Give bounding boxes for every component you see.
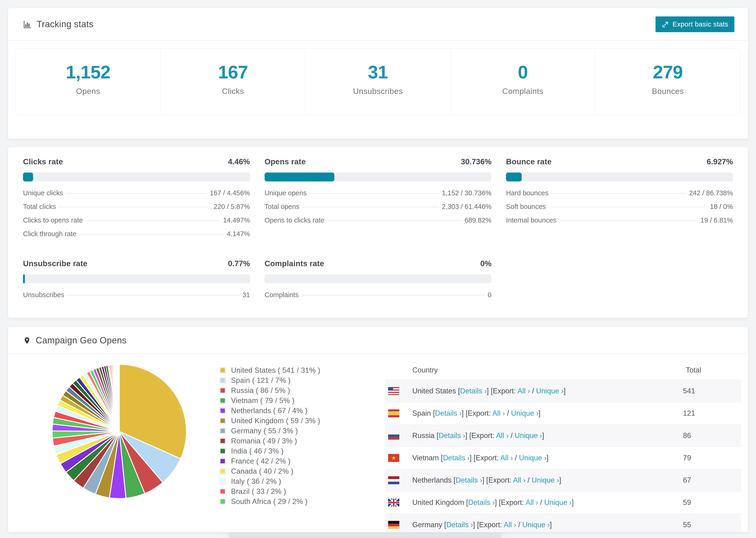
export-unique-link[interactable]: Unique ›	[536, 387, 564, 395]
country-cell: Russia [Details ›] [Export: All › / Uniq…	[412, 431, 683, 440]
legend-item-italy: Italy ( 36 / 2% )	[219, 476, 320, 486]
geo-title: Campaign Geo Opens	[23, 336, 127, 346]
rate-head: Bounce rate6.927%	[506, 157, 733, 166]
export-all-link[interactable]: All ›	[525, 498, 538, 507]
rate-item-value: 0	[488, 291, 491, 299]
export-all-link[interactable]: All ›	[513, 476, 525, 484]
export-all-link[interactable]: All ›	[492, 409, 505, 417]
legend-item-russia: Russia ( 86 / 5% )	[219, 385, 320, 396]
stat-cell-complaints: 0Complaints	[451, 49, 595, 115]
rate-item-label: Clicks to opens rate	[23, 216, 83, 224]
rate-item-clicks-to-opens-rate: Clicks to opens rate14.497%	[23, 216, 250, 230]
export-basic-stats-button[interactable]: Export basic stats	[656, 17, 734, 32]
rate-item-value: 19 / 6.81%	[700, 216, 733, 224]
rate-item-label: Total opens	[265, 203, 299, 211]
total-cell: 79	[683, 454, 741, 462]
legend-item-india: India ( 46 / 3% )	[219, 446, 320, 456]
tracking-stats-body: 1,152Opens167Clicks31Unsubscribes0Compla…	[8, 41, 748, 139]
export-all-link[interactable]: All ›	[496, 431, 509, 440]
rate-items: Unique clicks167 / 4.456%Total clicks220…	[23, 189, 250, 243]
vn-flag-icon: ★	[388, 454, 399, 462]
legend-item-united-kingdom: United Kingdom ( 59 / 3% )	[219, 416, 320, 426]
stat-label: Unsubscribes	[353, 86, 403, 96]
legend-swatch	[220, 388, 225, 393]
details-link[interactable]: Details ›	[435, 409, 462, 417]
rate-items: Unique opens1,152 / 30.736%Total opens2,…	[265, 189, 492, 230]
geo-pie-chart[interactable]	[48, 360, 191, 503]
export-unique-link[interactable]: Unique ›	[519, 454, 546, 462]
rate-item-value: 2,303 / 61.446%	[442, 203, 491, 211]
legend-label: Russia ( 86 / 5% )	[231, 386, 290, 395]
country-column-header: Country	[412, 366, 686, 374]
rate-progress-track	[265, 274, 492, 283]
rate-section-opens-rate: Opens rate30.736%Unique opens1,152 / 30.…	[265, 157, 492, 243]
legend-swatch	[220, 458, 225, 464]
rate-section-clicks-rate: Clicks rate4.46%Unique clicks167 / 4.456…	[23, 157, 250, 243]
rate-item-complaints: Complaints0	[265, 291, 492, 305]
legend-label: France ( 42 / 2% )	[231, 457, 291, 465]
rate-item-label: Unique opens	[265, 189, 307, 197]
geo-pie-legend: United States ( 541 / 31% )Spain ( 121 /…	[219, 365, 320, 507]
legend-label: India ( 46 / 3% )	[231, 447, 284, 456]
geo-body: United States ( 541 / 31% )Spain ( 121 /…	[8, 354, 748, 530]
export-unique-link[interactable]: Unique ›	[531, 476, 559, 484]
export-unique-link[interactable]: Unique ›	[544, 498, 572, 507]
country-cell: United States [Details ›] [Export: All ›…	[412, 387, 683, 395]
table-row-united-kingdom: United Kingdom [Details ›] [Export: All …	[385, 491, 741, 513]
rate-title: Unsubscribe rate	[23, 259, 87, 268]
dotted-leader	[303, 207, 439, 207]
page-title: Tracking stats	[37, 19, 93, 29]
country-cell: Vietnam [Details ›] [Export: All › / Uni…	[412, 454, 683, 462]
rate-item-value: 220 / 5.87%	[214, 203, 250, 211]
pie-slice[interactable]	[119, 364, 119, 431]
details-link[interactable]: Details ›	[468, 498, 495, 507]
legend-item-canada: Canada ( 40 / 2% )	[219, 466, 320, 476]
legend-swatch	[220, 438, 225, 444]
details-link[interactable]: Details ›	[460, 387, 487, 395]
rate-item-label: Hard bounces	[506, 189, 549, 197]
legend-item-south-africa: South Africa ( 29 / 2% )	[219, 497, 320, 507]
export-unique-link[interactable]: Unique ›	[522, 521, 550, 529]
export-all-link[interactable]: All ›	[517, 387, 530, 395]
export-all-link[interactable]: All ›	[500, 454, 513, 462]
rate-value: 0.77%	[228, 259, 250, 268]
legend-label: Brazil ( 33 / 2% )	[231, 487, 286, 496]
stat-cell-opens: 1,152Opens	[16, 49, 161, 115]
rate-item-label: Opens to clicks rate	[265, 216, 324, 224]
legend-item-netherlands: Netherlands ( 67 / 4% )	[219, 405, 320, 416]
details-link[interactable]: Details ›	[456, 476, 482, 484]
legend-label: Germany ( 55 / 3% )	[231, 427, 298, 435]
rate-item-internal-bounces: Internal bounces19 / 6.81%	[506, 216, 733, 230]
rate-section-bounce-rate: Bounce rate6.927%Hard bounces242 / 86.73…	[506, 157, 733, 243]
us-flag-canton	[388, 387, 393, 391]
nl-flag-icon	[388, 476, 399, 484]
vn-flag-star: ★	[391, 455, 396, 461]
details-link[interactable]: Details ›	[439, 431, 465, 440]
stat-value: 31	[368, 62, 388, 83]
rate-value: 30.736%	[461, 157, 491, 166]
export-unique-link[interactable]: Unique ›	[514, 431, 542, 440]
export-all-link[interactable]: All ›	[504, 521, 516, 529]
rate-item-value: 242 / 86.738%	[689, 189, 733, 197]
stat-cell-clicks: 167Clicks	[161, 49, 305, 115]
legend-swatch	[220, 489, 225, 494]
legend-label: United States ( 541 / 31% )	[231, 366, 320, 375]
dotted-leader	[80, 234, 224, 235]
total-column-header: Total	[686, 366, 741, 374]
rate-items: Unsubscribes31	[23, 291, 250, 305]
export-unique-link[interactable]: Unique ›	[511, 409, 538, 417]
stat-value: 279	[653, 62, 683, 83]
legend-item-vietnam: Vietnam ( 79 / 5% )	[219, 396, 320, 405]
legend-label: Romania ( 49 / 3% )	[231, 437, 297, 445]
dotted-leader	[328, 220, 461, 221]
legend-swatch	[220, 448, 225, 454]
details-link[interactable]: Details ›	[443, 454, 469, 462]
country-cell: Germany [Details ›] [Export: All › / Uni…	[412, 521, 683, 529]
de-flag-icon	[388, 521, 399, 529]
legend-swatch	[220, 418, 225, 423]
details-link[interactable]: Details ›	[446, 521, 473, 529]
legend-label: Netherlands ( 67 / 4% )	[231, 406, 307, 415]
rate-item-value: 14.497%	[223, 216, 250, 224]
dotted-leader	[549, 207, 707, 207]
rate-progress-fill	[506, 173, 522, 182]
